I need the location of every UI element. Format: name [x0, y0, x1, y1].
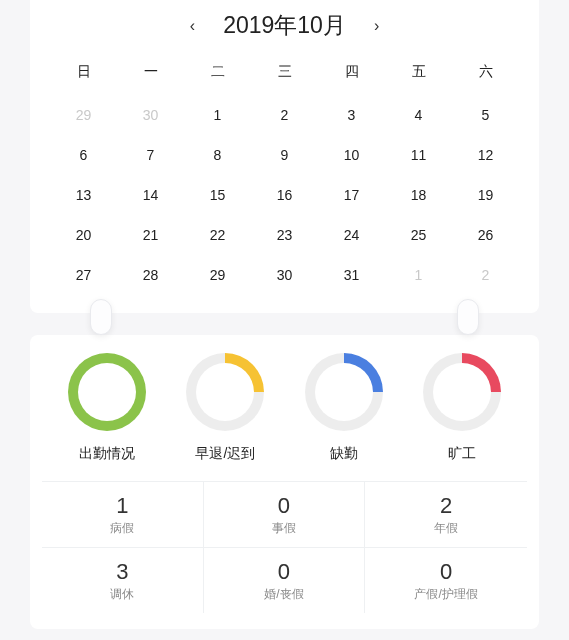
count-cell[interactable]: 0婚/丧假 [204, 548, 366, 613]
calendar-day[interactable]: 8 [184, 135, 251, 175]
calendar-title: 2019年10月 [223, 10, 346, 41]
calendar-day[interactable]: 1 [184, 95, 251, 135]
calendar-day[interactable]: 27 [50, 255, 117, 295]
calendar-grid: 日一二三四五六293012345678910111213141516171819… [50, 55, 519, 295]
calendar-day[interactable]: 26 [452, 215, 519, 255]
count-label: 调休 [42, 586, 203, 603]
calendar-dow: 六 [452, 55, 519, 95]
calendar-dow: 五 [385, 55, 452, 95]
calendar-day[interactable]: 2 [251, 95, 318, 135]
calendar-day[interactable]: 6 [50, 135, 117, 175]
calendar-day[interactable]: 16 [251, 175, 318, 215]
count-cell[interactable]: 3调休 [42, 548, 204, 613]
slider-handle-right[interactable] [457, 299, 479, 335]
calendar-day[interactable]: 13 [50, 175, 117, 215]
count-label: 年假 [365, 520, 527, 537]
calendar-day[interactable]: 7 [117, 135, 184, 175]
calendar-day[interactable]: 11 [385, 135, 452, 175]
slider-handle-left[interactable] [90, 299, 112, 335]
count-value: 0 [365, 560, 527, 584]
calendar-day[interactable]: 29 [184, 255, 251, 295]
count-grid: 1病假0事假2年假3调休0婚/丧假0产假/护理假 [42, 481, 527, 613]
calendar-dow: 日 [50, 55, 117, 95]
calendar-day[interactable]: 25 [385, 215, 452, 255]
ring-label: 出勤情况 [79, 445, 135, 463]
ring-icon [305, 353, 383, 431]
calendar-day[interactable]: 31 [318, 255, 385, 295]
ring-icon [423, 353, 501, 431]
calendar-day[interactable]: 24 [318, 215, 385, 255]
count-value: 2 [365, 494, 527, 518]
calendar-day[interactable]: 3 [318, 95, 385, 135]
calendar-day[interactable]: 14 [117, 175, 184, 215]
ring-icon [68, 353, 146, 431]
calendar-day[interactable]: 2 [452, 255, 519, 295]
calendar-day[interactable]: 5 [452, 95, 519, 135]
calendar-day[interactable]: 20 [50, 215, 117, 255]
calendar-day[interactable]: 30 [251, 255, 318, 295]
ring-label: 早退/迟到 [195, 445, 255, 463]
calendar-dow: 四 [318, 55, 385, 95]
prev-month-button[interactable]: ‹ [190, 17, 195, 35]
calendar-day[interactable]: 12 [452, 135, 519, 175]
ring-row: 出勤情况早退/迟到缺勤旷工 [42, 353, 527, 481]
count-cell[interactable]: 2年假 [365, 482, 527, 548]
count-label: 病假 [42, 520, 203, 537]
ring-item[interactable]: 旷工 [403, 353, 521, 463]
calendar-dow: 三 [251, 55, 318, 95]
slider-row [30, 299, 539, 339]
calendar-day[interactable]: 19 [452, 175, 519, 215]
calendar-day[interactable]: 15 [184, 175, 251, 215]
count-label: 婚/丧假 [204, 586, 365, 603]
count-label: 产假/护理假 [365, 586, 527, 603]
count-cell[interactable]: 0事假 [204, 482, 366, 548]
count-cell[interactable]: 0产假/护理假 [365, 548, 527, 613]
calendar-day[interactable]: 18 [385, 175, 452, 215]
calendar-day[interactable]: 10 [318, 135, 385, 175]
calendar-day[interactable]: 9 [251, 135, 318, 175]
calendar-day[interactable]: 22 [184, 215, 251, 255]
ring-label: 缺勤 [330, 445, 358, 463]
count-value: 1 [42, 494, 203, 518]
ring-item[interactable]: 出勤情况 [48, 353, 166, 463]
ring-item[interactable]: 早退/迟到 [166, 353, 284, 463]
ring-icon [186, 353, 264, 431]
calendar-day[interactable]: 23 [251, 215, 318, 255]
calendar-dow: 一 [117, 55, 184, 95]
ring-item[interactable]: 缺勤 [285, 353, 403, 463]
calendar-day[interactable]: 17 [318, 175, 385, 215]
next-month-button[interactable]: › [374, 17, 379, 35]
calendar-day[interactable]: 30 [117, 95, 184, 135]
calendar-day[interactable]: 4 [385, 95, 452, 135]
count-value: 3 [42, 560, 203, 584]
ring-label: 旷工 [448, 445, 476, 463]
count-label: 事假 [204, 520, 365, 537]
calendar-card: ‹ 2019年10月 › 日一二三四五六29301234567891011121… [30, 0, 539, 313]
stats-card: 出勤情况早退/迟到缺勤旷工 1病假0事假2年假3调休0婚/丧假0产假/护理假 [30, 335, 539, 629]
count-value: 0 [204, 560, 365, 584]
calendar-day[interactable]: 29 [50, 95, 117, 135]
count-cell[interactable]: 1病假 [42, 482, 204, 548]
calendar-day[interactable]: 28 [117, 255, 184, 295]
calendar-header: ‹ 2019年10月 › [50, 0, 519, 55]
calendar-dow: 二 [184, 55, 251, 95]
calendar-day[interactable]: 1 [385, 255, 452, 295]
calendar-day[interactable]: 21 [117, 215, 184, 255]
count-value: 0 [204, 494, 365, 518]
